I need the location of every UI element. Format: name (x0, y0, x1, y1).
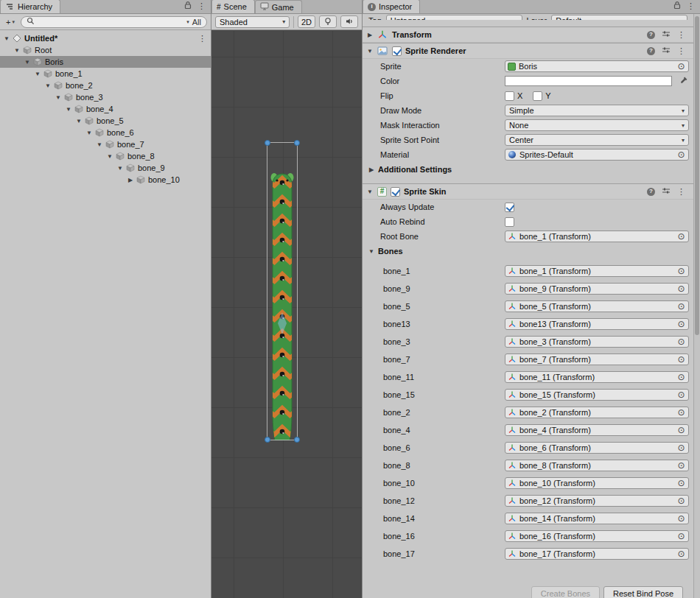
hierarchy-item-untitled-[interactable]: ▼ Untitled* ⋮ (0, 32, 211, 44)
foldout-icon[interactable]: ▼ (34, 71, 41, 77)
object-picker-icon[interactable]: ⊙ (676, 496, 686, 505)
foldout-icon[interactable]: ▶ (366, 32, 374, 38)
tag-dropdown[interactable]: Untagged ▾ (386, 15, 522, 20)
foldout-icon[interactable]: ▼ (65, 106, 72, 113)
hierarchy-item-boris[interactable]: ▼ Boris (0, 56, 211, 68)
bone-object-field[interactable]: bone_1 (Transform) ⊙ (505, 265, 689, 277)
component-enabled-checkbox[interactable] (391, 187, 400, 197)
object-picker-icon[interactable]: ⊙ (676, 532, 686, 541)
object-picker-icon[interactable]: ⊙ (676, 302, 686, 311)
object-picker-icon[interactable]: ⊙ (676, 373, 686, 381)
boris-sprite[interactable] (267, 112, 298, 440)
mask-interaction-dropdown[interactable]: None ▾ (505, 119, 689, 131)
bone-object-field[interactable]: bone_17 (Transform) ⊙ (505, 548, 689, 560)
hierarchy-item-bone_4[interactable]: ▼ bone_4 (0, 103, 211, 115)
transform-component-header[interactable]: ▶ Transform ? ⋮ (363, 27, 693, 43)
bone-object-field[interactable]: bone_6 (Transform) ⊙ (505, 442, 689, 454)
bones-foldout[interactable]: ▼ Bones (363, 244, 693, 258)
tab-inspector[interactable]: i Inspector (363, 0, 420, 13)
sprite-renderer-component-header[interactable]: ▼ Sprite Renderer ? ⋮ (363, 43, 693, 59)
bone-object-field[interactable]: bone_10 (Transform) ⊙ (505, 477, 689, 489)
object-picker-icon[interactable]: ⊙ (676, 461, 686, 470)
reset-bind-pose-button[interactable]: Reset Bind Pose (603, 586, 683, 598)
toggle-2d-button[interactable]: 2D (298, 15, 315, 28)
bone-object-field[interactable]: bone_12 (Transform) ⊙ (505, 495, 689, 507)
hierarchy-item-bone_2[interactable]: ▼ bone_2 (0, 80, 211, 91)
bone-object-field[interactable]: bone13 (Transform) ⊙ (505, 318, 689, 330)
help-icon[interactable]: ? (647, 31, 655, 39)
component-menu-icon[interactable]: ⋮ (677, 46, 685, 56)
bone-object-field[interactable]: bone_11 (Transform) ⊙ (505, 371, 689, 383)
object-picker-icon[interactable]: ⊙ (676, 284, 686, 293)
sprite-object-field[interactable]: Boris ⊙ (505, 60, 689, 72)
create-bones-button[interactable]: Create Bones (531, 586, 600, 598)
object-picker-icon[interactable]: ⊙ (676, 390, 686, 399)
help-icon[interactable]: ? (647, 47, 655, 55)
bone-object-field[interactable]: bone_3 (Transform) ⊙ (505, 336, 689, 348)
hierarchy-item-bone_1[interactable]: ▼ bone_1 (0, 68, 211, 80)
hierarchy-item-bone_7[interactable]: ▼ bone_7 (0, 138, 211, 150)
object-picker-icon[interactable]: ⊙ (676, 320, 686, 328)
object-picker-icon[interactable]: ⊙ (676, 514, 686, 523)
object-picker-icon[interactable]: ⊙ (676, 479, 686, 488)
foldout-icon[interactable]: ▼ (75, 118, 83, 124)
presets-icon[interactable] (662, 186, 671, 197)
auto-rebind-checkbox[interactable] (505, 217, 514, 227)
bone-object-field[interactable]: bone_4 (Transform) ⊙ (505, 424, 689, 436)
additional-settings-foldout[interactable]: ▶ Additional Settings (363, 162, 693, 177)
material-object-field[interactable]: Sprites-Default ⊙ (505, 149, 689, 161)
foldout-icon[interactable]: ▼ (44, 82, 52, 89)
scrollbar-thumb[interactable] (695, 16, 699, 335)
object-picker-icon[interactable]: ⊙ (676, 232, 686, 241)
foldout-icon[interactable]: ▼ (55, 94, 62, 101)
presets-icon[interactable] (662, 29, 671, 40)
bone-object-field[interactable]: bone_16 (Transform) ⊙ (505, 530, 689, 542)
object-picker-icon[interactable]: ⊙ (676, 337, 686, 346)
bone-object-field[interactable]: bone_7 (Transform) ⊙ (505, 353, 689, 365)
bone-object-field[interactable]: bone_2 (Transform) ⊙ (505, 407, 689, 418)
hierarchy-search-input[interactable]: ▾ All (21, 16, 207, 28)
object-picker-icon[interactable]: ⊙ (676, 62, 686, 71)
sprite-skin-component-header[interactable]: ▼ # Sprite Skin ? ⋮ (363, 183, 693, 200)
draw-mode-dropdown[interactable]: Simple ▾ (505, 105, 689, 116)
color-swatch[interactable] (505, 76, 672, 86)
foldout-icon[interactable]: ▼ (116, 165, 124, 172)
hierarchy-item-bone_6[interactable]: ▼ bone_6 (0, 127, 211, 138)
foldout-icon[interactable]: ▼ (85, 130, 93, 136)
tab-game[interactable]: Game (255, 0, 302, 13)
object-picker-icon[interactable]: ⊙ (676, 443, 686, 452)
scene-viewport[interactable] (211, 31, 362, 598)
eyedropper-icon[interactable] (679, 76, 689, 86)
foldout-icon[interactable]: ▼ (24, 59, 31, 66)
object-picker-icon[interactable]: ⊙ (676, 150, 686, 159)
item-menu-icon[interactable]: ⋮ (198, 34, 206, 43)
panel-menu-icon[interactable]: ⋮ (197, 1, 206, 11)
scene-audio-button[interactable] (340, 15, 358, 28)
lock-icon[interactable] (673, 1, 681, 11)
bone-object-field[interactable]: bone_5 (Transform) ⊙ (505, 300, 689, 312)
layer-dropdown[interactable]: Default ▾ (551, 15, 687, 20)
component-enabled-checkbox[interactable] (392, 46, 402, 56)
bone-object-field[interactable]: bone_14 (Transform) ⊙ (505, 513, 689, 524)
tab-scene[interactable]: # Scene (211, 0, 255, 13)
sprite-sort-point-dropdown[interactable]: Center ▾ (505, 134, 689, 146)
object-picker-icon[interactable]: ⊙ (676, 355, 686, 364)
foldout-icon[interactable]: ▼ (96, 141, 103, 148)
object-picker-icon[interactable]: ⊙ (676, 267, 686, 275)
bone-object-field[interactable]: bone_9 (Transform) ⊙ (505, 283, 689, 295)
flip-y-checkbox[interactable] (533, 91, 542, 101)
lock-icon[interactable] (184, 1, 192, 11)
foldout-icon[interactable]: ▼ (3, 35, 10, 42)
hierarchy-item-bone_10[interactable]: ▶ bone_10 (0, 174, 211, 186)
hierarchy-item-bone_8[interactable]: ▼ bone_8 (0, 150, 211, 162)
component-menu-icon[interactable]: ⋮ (677, 187, 685, 197)
shading-mode-dropdown[interactable]: Shaded ▾ (215, 16, 290, 28)
object-picker-icon[interactable]: ⊙ (676, 426, 686, 435)
tab-hierarchy[interactable]: Hierarchy (0, 0, 60, 13)
panel-menu-icon[interactable]: ⋮ (687, 1, 695, 11)
scene-lighting-button[interactable] (319, 15, 337, 28)
hierarchy-item-bone_3[interactable]: ▼ bone_3 (0, 91, 211, 103)
add-gameobject-button[interactable]: + ▾ (4, 16, 17, 28)
bone-object-field[interactable]: bone_8 (Transform) ⊙ (505, 460, 689, 471)
foldout-icon[interactable]: ▼ (366, 48, 374, 54)
